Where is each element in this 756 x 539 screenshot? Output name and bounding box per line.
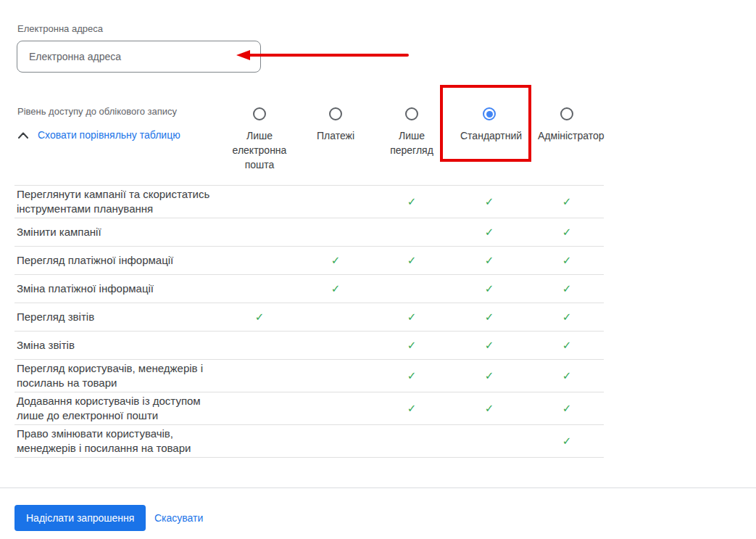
check-icon (404, 369, 419, 382)
check-icon (482, 310, 497, 324)
permission-label: Додавання користувачів із доступом лише … (14, 394, 225, 423)
check-icon (252, 310, 267, 324)
access-option-label: Лише електронна пошта (230, 128, 288, 172)
access-option-admin: Адміністратор (538, 107, 596, 143)
check-icon (482, 402, 497, 415)
check-icon (560, 402, 574, 415)
table-row: Додавання користувачів із доступом лише … (14, 392, 604, 424)
send-invitation-button[interactable]: Надіслати запрошення (14, 505, 146, 531)
check-icon (560, 195, 574, 208)
annotation-arrow-head-icon (236, 50, 250, 60)
table-row: Зміна звітів (14, 331, 604, 359)
permission-label: Зміна звітів (14, 338, 225, 353)
radio-standard[interactable] (483, 107, 496, 120)
radio-dot (409, 111, 415, 118)
access-option-read-only: Лише перегляд (383, 107, 441, 157)
access-option-standard: Стандартний (460, 107, 518, 143)
check-icon (560, 282, 574, 295)
check-icon (404, 254, 419, 267)
check-icon (560, 254, 574, 267)
table-row: Право змінювати користувачів, менеджерів… (14, 424, 604, 457)
check-icon (482, 339, 497, 352)
check-icon (328, 282, 343, 295)
table-row: Перегляд користувачів, менеджерів і поси… (14, 359, 604, 392)
permission-label: Перегляд звітів (14, 310, 225, 324)
check-icon (404, 402, 419, 415)
access-option-label: Адміністратор (538, 128, 596, 143)
check-icon (404, 195, 419, 208)
radio-billing[interactable] (329, 107, 342, 120)
check-icon (560, 435, 574, 448)
permission-label: Зміна платіжної інформації (14, 281, 225, 296)
cancel-link[interactable]: Скасувати (154, 512, 203, 524)
permission-label: Перегляд платіжної інформації (14, 253, 225, 268)
check-icon (404, 310, 419, 324)
check-icon (560, 310, 574, 324)
hide-comparison-toggle[interactable]: Сховати порівняльну таблицю (18, 129, 180, 141)
check-icon (482, 254, 497, 267)
check-icon (404, 339, 419, 352)
table-row: Змінити кампанії (14, 218, 604, 246)
check-icon (482, 226, 497, 239)
email-field-label: Електронна адреса (17, 23, 103, 34)
access-option-email-only: Лише електронна пошта (230, 107, 288, 172)
access-option-label: Стандартний (460, 128, 518, 143)
radio-dot (333, 111, 339, 118)
permissions-table: Переглянути кампанії та скористатись інс… (14, 185, 604, 458)
radio-email-only[interactable] (253, 107, 266, 120)
radio-dot (257, 111, 263, 118)
check-icon (560, 369, 574, 382)
permission-label: Право змінювати користувачів, менеджерів… (14, 427, 225, 456)
access-option-billing: Платежі (307, 107, 365, 143)
radio-admin[interactable] (560, 107, 573, 120)
check-icon (560, 226, 574, 239)
check-icon (482, 282, 497, 295)
invite-user-form: Електронна адреса Рівень доступу до облі… (0, 0, 756, 539)
check-icon (482, 369, 497, 382)
hide-comparison-link[interactable]: Сховати порівняльну таблицю (38, 129, 180, 141)
permission-label: Змінити кампанії (14, 225, 225, 239)
footer-divider (0, 487, 756, 488)
access-option-label: Лише перегляд (383, 128, 441, 157)
chevron-up-icon (18, 132, 28, 139)
check-icon (328, 254, 343, 267)
check-icon (560, 339, 574, 352)
table-row: Переглянути кампанії та скористатись інс… (14, 185, 604, 218)
check-icon (482, 195, 497, 208)
permission-label: Перегляд користувачів, менеджерів і поси… (14, 361, 225, 390)
table-row: Перегляд звітів (14, 303, 604, 331)
radio-dot (564, 111, 570, 118)
annotation-arrow (249, 54, 409, 57)
access-level-label: Рівень доступу до облікового запису (17, 106, 177, 117)
table-row: Зміна платіжної інформації (14, 274, 604, 303)
radio-dot (486, 111, 493, 118)
email-input[interactable] (17, 41, 261, 73)
radio-read-only[interactable] (405, 107, 418, 120)
permission-label: Переглянути кампанії та скористатись інс… (14, 187, 225, 216)
table-row: Перегляд платіжної інформації (14, 246, 604, 274)
access-option-label: Платежі (307, 128, 365, 143)
